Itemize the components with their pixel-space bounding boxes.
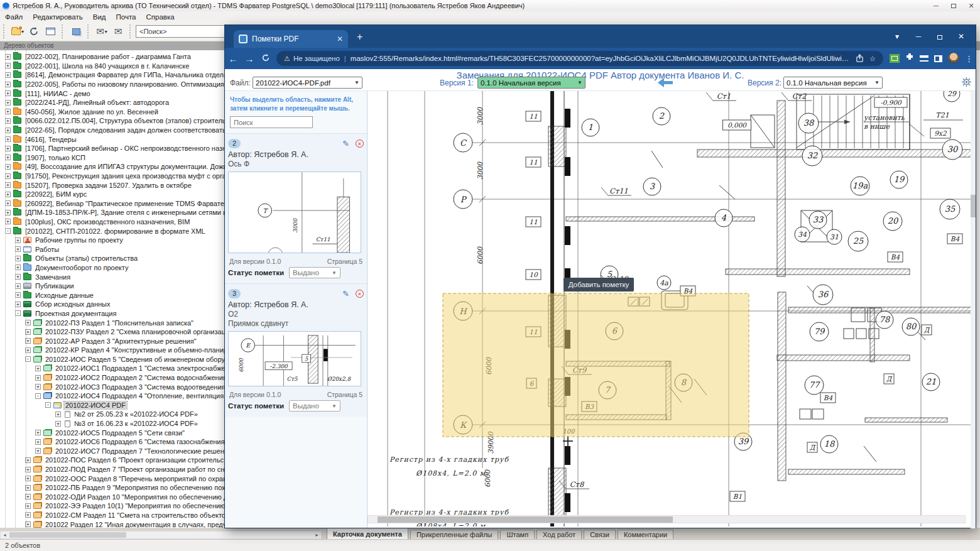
edit-remark-icon[interactable]: ✎	[342, 139, 349, 148]
new-object-button[interactable]: ▾	[9, 24, 26, 39]
tree-expand-icon[interactable]: +	[55, 412, 61, 417]
version1-select[interactable]: 0.1.0 Начальная версия▼	[477, 77, 585, 89]
reload-icon[interactable]	[258, 53, 274, 64]
attach-button[interactable]	[68, 24, 84, 39]
tree-expand-icon[interactable]: +	[5, 200, 11, 206]
tree-expand-icon[interactable]: +	[15, 292, 21, 298]
scrollbar-thumb[interactable]	[9, 532, 126, 538]
main-search-input[interactable]	[136, 25, 230, 38]
tree-expand-icon[interactable]: +	[5, 82, 11, 87]
tree-expand-icon[interactable]: -	[5, 228, 11, 234]
canvas-vertical-scrollbar[interactable]	[971, 91, 976, 528]
tree-expand-icon[interactable]: +	[5, 72, 11, 78]
tree-expand-icon[interactable]: +	[5, 109, 11, 114]
menu-item-файл[interactable]: Файл	[0, 13, 28, 21]
bottom-tab[interactable]: Ход работ	[536, 530, 582, 539]
main-minimize-button[interactable]: ─	[927, 1, 945, 11]
share-icon[interactable]	[856, 54, 864, 63]
tree-expand-icon[interactable]: +	[15, 265, 21, 270]
bottom-tab[interactable]: Комментарии	[618, 530, 673, 539]
refresh-button[interactable]	[26, 24, 42, 39]
bottom-tab[interactable]: Связи	[584, 530, 616, 539]
tree-expand-icon[interactable]: +	[5, 146, 11, 151]
remark-card[interactable]: 2✎×Автор: Ястребов Я. А.Ось ФТ3000Ст11Дл…	[225, 133, 367, 283]
menu-item-редактировать[interactable]: Редактировать	[28, 13, 87, 21]
bottom-tab[interactable]: Штамп	[500, 530, 535, 539]
tree-expand-icon[interactable]: +	[5, 219, 11, 224]
remark-card[interactable]: 3✎×Автор: Ястребов Я. А.О2Приямок сдвину…	[225, 283, 367, 417]
browser-menu-icon[interactable]: ⋮	[965, 54, 973, 63]
tree-expand-icon[interactable]: -	[45, 402, 51, 408]
tree-expand-icon[interactable]: +	[15, 256, 21, 261]
delete-remark-icon[interactable]: ×	[356, 139, 364, 148]
settings-gear-icon[interactable]	[961, 77, 972, 90]
profile-avatar[interactable]	[948, 53, 959, 64]
main-maximize-button[interactable]	[945, 1, 962, 11]
scrollbar-thumb[interactable]	[378, 516, 673, 523]
scroll-left-icon[interactable]: ◄	[1, 532, 9, 538]
new-tab-button[interactable]: +	[357, 31, 362, 43]
back-icon[interactable]: ←	[225, 53, 241, 64]
card-view-button[interactable]	[42, 24, 58, 39]
tree-expand-icon[interactable]: +	[35, 384, 41, 390]
browser-tab[interactable]: Пометки PDF ✕	[234, 30, 348, 48]
browser-chevron-button[interactable]: ▾	[886, 32, 908, 41]
remark-status-select[interactable]: Выдано▼	[289, 267, 340, 278]
remark-thumbnail[interactable]: Т3000Ст11	[228, 172, 361, 253]
tree-expand-icon[interactable]: -	[15, 310, 21, 316]
tree-expand-icon[interactable]: +	[5, 90, 11, 96]
tree-expand-icon[interactable]: +	[5, 136, 11, 142]
menu-item-справка[interactable]: Справка	[141, 13, 179, 21]
compose-mail-button[interactable]: ✉▾	[94, 24, 110, 39]
tree-expand-icon[interactable]: +	[35, 439, 41, 445]
tree-expand-icon[interactable]: +	[15, 237, 21, 243]
pdf-drawing-canvas[interactable]: СРНК12354а67838323019а193533343125204367…	[368, 90, 976, 528]
tree-expand-icon[interactable]: +	[15, 274, 21, 280]
bottom-tab[interactable]: Прикрепленные файлы	[410, 530, 499, 539]
tree-expand-icon[interactable]: +	[5, 173, 11, 179]
tree-expand-icon[interactable]: +	[5, 182, 11, 188]
canvas-horizontal-scrollbar[interactable]	[368, 515, 966, 523]
remark-thumbnail[interactable]: Е5-2.300Ст5Ø20х2,86000	[228, 331, 361, 386]
tree-expand-icon[interactable]: +	[5, 210, 11, 215]
extensions-puzzle-icon[interactable]	[905, 53, 914, 64]
browser-close-button[interactable]: ✕	[950, 32, 972, 41]
remarks-search-input[interactable]	[230, 116, 313, 128]
delete-remark-icon[interactable]: ×	[356, 290, 364, 298]
tree-expand-icon[interactable]: +	[35, 430, 41, 435]
address-bar[interactable]: ⚠ Не защищено | maslov2:555/Remarks/inde…	[276, 51, 883, 66]
tree-expand-icon[interactable]: +	[5, 128, 11, 133]
tree-expand-icon[interactable]: -	[35, 393, 41, 399]
bookmark-star-icon[interactable]: ☆	[869, 54, 876, 63]
browser-minimize-button[interactable]: ─	[908, 32, 929, 41]
remark-highlight-region[interactable]	[443, 293, 749, 437]
menu-item-почта[interactable]: Почта	[111, 13, 141, 21]
scroll-right-icon[interactable]: ►	[313, 532, 321, 538]
tree-expand-icon[interactable]: +	[5, 155, 11, 160]
remark-status-select[interactable]: Выдано▼	[289, 400, 340, 412]
tree-expand-icon[interactable]: +	[5, 54, 11, 60]
tree-expand-icon[interactable]: +	[15, 302, 21, 307]
edit-remark-icon[interactable]: ✎	[342, 289, 349, 298]
main-close-button[interactable]: ✕	[962, 1, 980, 11]
tree-expand-icon[interactable]: +	[5, 118, 11, 124]
tree-expand-icon[interactable]: +	[5, 192, 11, 197]
side-panel-icon[interactable]	[934, 55, 942, 62]
reading-list-icon[interactable]	[920, 55, 928, 62]
tree-expand-icon[interactable]: +	[5, 63, 11, 68]
scrollbar-thumb[interactable]	[971, 195, 976, 217]
tree-expand-icon[interactable]: +	[15, 246, 21, 252]
tree-expand-icon[interactable]: +	[35, 375, 41, 381]
tree-expand-icon[interactable]: +	[5, 100, 11, 106]
swap-versions-icon[interactable]	[657, 77, 673, 90]
bottom-tab[interactable]: Карточка документа	[327, 528, 408, 539]
send-mail-button[interactable]: ✉	[110, 24, 126, 39]
tab-close-icon[interactable]: ✕	[337, 35, 343, 43]
tree-expand-icon[interactable]: +	[5, 164, 11, 170]
browser-maximize-button[interactable]	[929, 32, 950, 41]
version2-select[interactable]: 0.1.0 Начальная версия▼	[783, 77, 883, 89]
tree-expand-icon[interactable]: +	[35, 448, 41, 454]
menu-item-вид[interactable]: Вид	[88, 13, 111, 21]
tree-horizontal-scrollbar[interactable]: ◄ ►	[0, 531, 322, 539]
forward-icon[interactable]: →	[241, 53, 258, 64]
